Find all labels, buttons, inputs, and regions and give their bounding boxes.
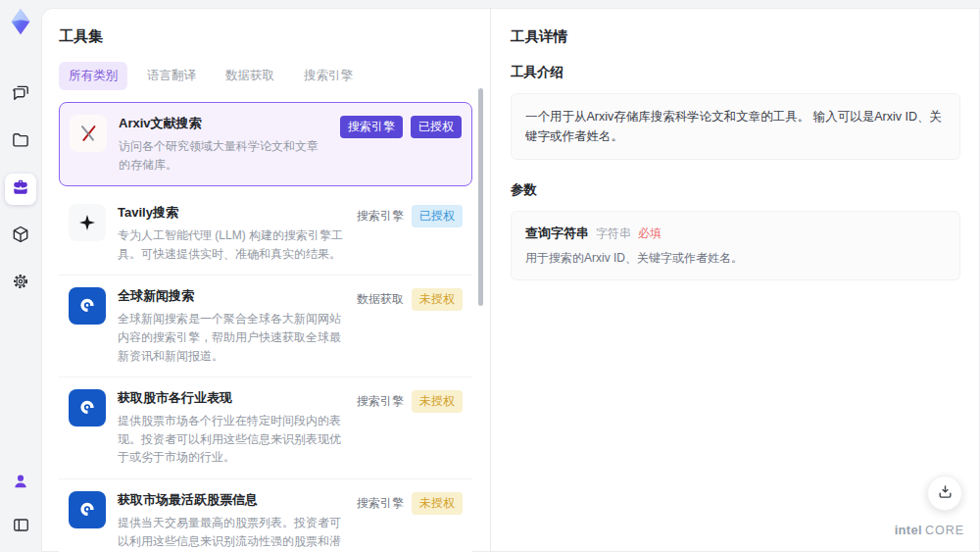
sidebar-item-account[interactable] bbox=[5, 468, 36, 499]
folder-icon bbox=[11, 130, 30, 154]
news-app-icon bbox=[69, 491, 106, 528]
intro-text-box: 一个用于从Arxiv存储库搜索科学论文和文章的工具。 输入可以是Arxiv ID… bbox=[511, 93, 960, 160]
tool-name: 获取市场最活跃股票信息 bbox=[118, 491, 345, 509]
tool-description: 提供当天交易量最高的股票列表。投资者可以利用这些信息来识别流动性强的股票和潜在的… bbox=[118, 514, 345, 552]
main-content: 工具集 所有类别语言翻译数据获取搜索引擎 Arxiv文献搜索 访问各个研究领域大… bbox=[41, 8, 980, 552]
tool-card-2[interactable]: 全球新闻搜索 全球新闻搜索是一个聚合全球各大新闻网站内容的搜索引擎，帮助用户快速… bbox=[59, 276, 472, 377]
param-required-flag: 必填 bbox=[638, 226, 662, 242]
sidebar-item-files[interactable] bbox=[5, 126, 36, 158]
news-app-icon bbox=[69, 287, 106, 325]
download-icon bbox=[937, 483, 954, 504]
list-scrollbar[interactable] bbox=[478, 88, 483, 306]
cube-icon bbox=[11, 225, 30, 248]
app-logo-icon[interactable] bbox=[6, 7, 35, 36]
tool-category-tag: 搜索引擎 bbox=[357, 393, 404, 410]
tool-name: 全球新闻搜索 bbox=[118, 287, 345, 305]
tool-auth-badge: 未授权 bbox=[412, 492, 463, 515]
download-button[interactable] bbox=[927, 476, 962, 511]
avatar-icon bbox=[11, 472, 30, 495]
tool-category-tag: 数据获取 bbox=[357, 291, 404, 308]
param-type: 字符串 bbox=[596, 226, 631, 242]
arxiv-icon bbox=[70, 115, 107, 152]
sidebar-rail bbox=[0, 0, 41, 552]
tool-card-0[interactable]: Arxiv文献搜索 访问各个研究领域大量科学论文和文章的存储库。 搜索引擎 已授… bbox=[59, 102, 472, 186]
tool-auth-badge: 已授权 bbox=[412, 205, 463, 227]
tool-details-panel: 工具详情 工具介绍 一个用于从Arxiv存储库搜索科学论文和文章的工具。 输入可… bbox=[490, 8, 980, 552]
tool-card-1[interactable]: Tavily搜索 专为人工智能代理 (LLM) 构建的搜索引擎工具。可快速提供实… bbox=[59, 192, 472, 276]
collapse-panel-icon bbox=[12, 516, 30, 538]
tab-1[interactable]: 语言翻译 bbox=[137, 62, 206, 90]
tool-card-4[interactable]: 获取市场最活跃股票信息 提供当天交易量最高的股票列表。投资者可以利用这些信息来识… bbox=[59, 479, 472, 552]
gear-icon bbox=[11, 272, 30, 295]
tool-list-panel: 工具集 所有类别语言翻译数据获取搜索引擎 Arxiv文献搜索 访问各个研究领域大… bbox=[41, 8, 490, 552]
param-name: 查询字符串 bbox=[525, 225, 589, 242]
tool-auth-badge: 未授权 bbox=[412, 390, 463, 413]
tool-description: 提供股票市场各个行业在特定时间段内的表现。投资者可以利用这些信息来识别表现优于或… bbox=[118, 412, 345, 467]
params-heading: 参数 bbox=[511, 181, 960, 199]
tool-description: 专为人工智能代理 (LLM) 构建的搜索引擎工具。可快速提供实时、准确和真实的结… bbox=[118, 226, 345, 263]
param-description: 用于搜索的Arxiv ID、关键字或作者姓名。 bbox=[525, 250, 946, 267]
param-box: 查询字符串 字符串 必填 用于搜索的Arxiv ID、关键字或作者姓名。 bbox=[511, 211, 960, 280]
tool-auth-badge: 未授权 bbox=[412, 288, 463, 311]
sidebar-item-collapse[interactable] bbox=[5, 511, 36, 542]
sparkle-icon bbox=[69, 204, 106, 241]
tool-description: 访问各个研究领域大量科学论文和文章的存储库。 bbox=[119, 137, 328, 174]
tool-description: 全球新闻搜索是一个聚合全球各大新闻网站内容的搜索引擎，帮助用户快速获取全球最新资… bbox=[118, 310, 345, 365]
category-tabs: 所有类别语言翻译数据获取搜索引擎 bbox=[59, 62, 472, 90]
tool-name: 获取股市各行业表现 bbox=[118, 389, 345, 407]
tab-0[interactable]: 所有类别 bbox=[59, 62, 127, 90]
tool-category-tag: 搜索引擎 bbox=[357, 495, 404, 512]
sidebar-item-toolbox[interactable] bbox=[5, 174, 36, 205]
tool-list: Arxiv文献搜索 访问各个研究领域大量科学论文和文章的存储库。 搜索引擎 已授… bbox=[59, 102, 472, 552]
chat-icon bbox=[11, 83, 30, 107]
briefcase-icon bbox=[11, 177, 30, 201]
tool-auth-badge: 已授权 bbox=[411, 116, 462, 138]
news-app-icon bbox=[69, 389, 106, 427]
intro-heading: 工具介绍 bbox=[511, 64, 960, 81]
intel-core-logo: intel core bbox=[895, 523, 964, 537]
tool-name: Tavily搜索 bbox=[118, 204, 345, 222]
tab-3[interactable]: 搜索引擎 bbox=[294, 62, 363, 90]
tool-name: Arxiv文献搜索 bbox=[119, 115, 328, 132]
sidebar-item-plugins[interactable] bbox=[5, 221, 36, 252]
brand-word-intel: intel bbox=[895, 523, 922, 537]
tool-card-3[interactable]: 获取股市各行业表现 提供股票市场各个行业在特定时间段内的表现。投资者可以利用这些… bbox=[59, 377, 472, 479]
details-title: 工具详情 bbox=[511, 27, 960, 46]
page-title: 工具集 bbox=[59, 27, 472, 46]
tab-2[interactable]: 数据获取 bbox=[216, 62, 284, 90]
tool-category-tag: 搜索引擎 bbox=[357, 208, 404, 225]
sidebar-item-chat[interactable] bbox=[5, 79, 36, 111]
sidebar-item-settings[interactable] bbox=[5, 268, 36, 299]
tool-category-tag: 搜索引擎 bbox=[340, 116, 403, 138]
brand-word-core: core bbox=[925, 524, 964, 537]
